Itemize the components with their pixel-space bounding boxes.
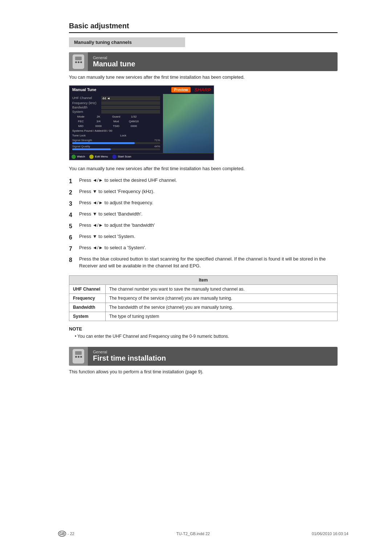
table-row: Bandwidth The bandwidth of the service (… <box>69 303 338 312</box>
start-scan-button: Start Scan <box>112 155 131 159</box>
table-header: Item <box>69 275 338 284</box>
table-row: Frequency The frequency of the service (… <box>69 294 338 303</box>
edit-menu-button: Edit Menu <box>89 155 108 159</box>
step-3: 3 Press ◄/► to adjust the frequency. <box>69 199 338 208</box>
table-cell-item: Frequency <box>69 294 106 303</box>
page-footer: GB - 22 TU-T2_GB.indd 22 01/06/2010 16:0… <box>58 531 348 537</box>
manual-tune-title: Manual tune <box>93 60 135 68</box>
intro-text-2: You can manually tune new services after… <box>69 165 338 172</box>
section-title: Basic adjustment <box>69 22 338 33</box>
note-title: NOTE <box>69 326 338 332</box>
note-section: NOTE You can enter the UHF Channel and F… <box>69 326 338 340</box>
brand-logo: SHARP <box>194 87 211 93</box>
manual-tune-banner: General Manual tune <box>69 52 338 71</box>
form-data-row5: Tune Lock Lock <box>72 134 160 137</box>
screen-form: UHF Channel 44 ◄ Frequency (kHz) Bandwid… <box>69 94 163 153</box>
first-time-title: First time installation <box>93 354 166 362</box>
table-cell-item: System <box>69 312 106 321</box>
screen-simulation: Manual Tune Preview SHARP UHF Channel 44… <box>69 85 214 160</box>
screen-footer: Watch Edit Menu Start Scan <box>69 153 214 160</box>
table-cell-desc: The frequency of the service (channel) y… <box>106 294 338 303</box>
signal-quality-row: Signal Quality 44% <box>72 145 160 150</box>
form-row-freq: Frequency (kHz) <box>72 101 160 105</box>
step-8: 8 Press the blue coloured button to star… <box>69 255 338 270</box>
table-row: System The type of tuning system <box>69 312 338 321</box>
footer-date: 01/06/2010 16:03:14 <box>312 532 348 536</box>
form-data-row2: FEC 3/4 Mod QAM16 <box>72 120 160 123</box>
table-cell-desc: The bandwidth of the service (channel) y… <box>106 303 338 312</box>
step-7: 7 Press ◄/► to select a 'System'. <box>69 244 338 253</box>
form-data-row3: MID 0000 TSID 0000 <box>72 124 160 128</box>
first-time-text: This function allows you to perform a fi… <box>69 369 338 376</box>
step-5: 5 Press ◄/► to adjust the 'bandwidth' <box>69 222 338 231</box>
form-row-uhf: UHF Channel 44 ◄ <box>72 96 160 100</box>
info-table: Item UHF Channel The channel number you … <box>69 275 338 321</box>
footer-file: TU-T2_GB.indd 22 <box>176 532 210 536</box>
signal-strength-row: Signal Strength 71% <box>72 139 160 144</box>
general-label-2: General <box>93 350 166 354</box>
table-cell-desc: The type of tuning system <box>106 312 338 321</box>
preview-badge: Preview <box>171 87 191 93</box>
screen-preview-image <box>163 94 214 153</box>
screen-header: Manual Tune Preview SHARP <box>69 86 214 94</box>
watch-button: Watch <box>72 155 85 159</box>
page-number-box: GB - 22 <box>58 531 74 537</box>
form-row-bw: Bandwidth <box>72 106 160 109</box>
screen-title: Manual Tune <box>72 87 171 92</box>
remote-icon-2 <box>69 347 88 366</box>
remote-icon-1 <box>69 52 88 71</box>
step-2: 2 Press ▼ to select 'Frequency (kHz). <box>69 188 338 197</box>
screen-body: UHF Channel 44 ◄ Frequency (kHz) Bandwid… <box>69 94 214 153</box>
step-4: 4 Press ▼ to select 'Bandwidth'. <box>69 210 338 219</box>
general-label-1: General <box>93 56 135 60</box>
blue-btn <box>112 155 117 159</box>
first-time-banner: General First time installation <box>69 347 338 366</box>
intro-text-1: You can manually tune new services after… <box>69 74 338 81</box>
subsection-box: Manually tuning channels <box>69 37 185 47</box>
note-bullet-1: You can enter the UHF Channel and Freque… <box>69 333 338 340</box>
yellow-btn <box>89 155 94 159</box>
table-cell-item: UHF Channel <box>69 284 106 294</box>
form-data-row1: Mode 2K Guard 1/32 <box>72 115 160 118</box>
gb-badge: GB <box>58 531 66 537</box>
table-cell-desc: The channel number you want to save the … <box>106 284 338 294</box>
table-cell-item: Bandwidth <box>69 303 106 312</box>
step-1: 1 Press ◄/► to select the desired UHF ch… <box>69 177 338 186</box>
form-row-system: System <box>72 110 160 114</box>
step-6: 6 Press ▼ to select 'System. <box>69 233 338 242</box>
form-data-row4: Systems Found / Added 00 / 00 <box>72 129 160 132</box>
green-btn <box>72 155 76 159</box>
steps-list: 1 Press ◄/► to select the desired UHF ch… <box>69 177 338 270</box>
table-row: UHF Channel The channel number you want … <box>69 284 338 294</box>
page-number: - 22 <box>68 532 74 536</box>
